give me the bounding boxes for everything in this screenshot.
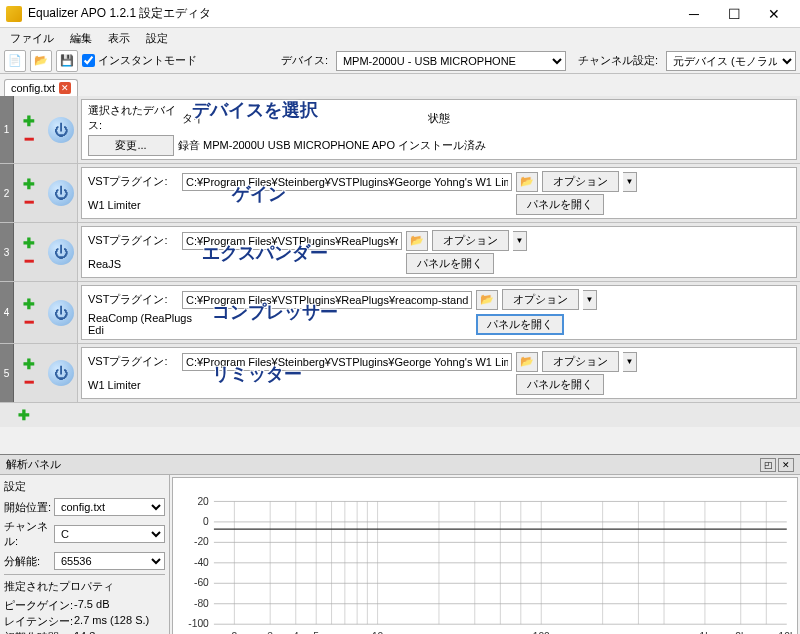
options-button[interactable]: オプション [432, 230, 509, 251]
svg-text:-40: -40 [194, 557, 209, 568]
vst-label: VSTプラグイン: [88, 233, 178, 248]
row-number: 4 [0, 282, 14, 343]
change-button[interactable]: 変更... [88, 135, 174, 156]
vst-label: VSTプラグイン: [88, 174, 178, 189]
svg-text:-60: -60 [194, 577, 209, 588]
plugin-name: ReaJS [88, 258, 178, 270]
power-toggle[interactable]: ⏻ [44, 164, 78, 222]
options-button[interactable]: オプション [542, 351, 619, 372]
vst-path-input[interactable] [182, 291, 472, 309]
dropdown-icon[interactable]: ▼ [623, 172, 637, 192]
plugin-name: W1 Limiter [88, 199, 178, 211]
svg-text:100: 100 [533, 631, 550, 634]
analysis-panel: 解析パネル ◰ ✕ 設定 開始位置: config.txt チャンネル: C 分… [0, 454, 800, 634]
menu-settings[interactable]: 設定 [140, 29, 174, 48]
filter-rows: 1 ✚ ━ ⏻ 選択されたデバイス: タイ 状態 変更... 録音 MPM-20… [0, 96, 800, 427]
remove-icon[interactable]: ━ [25, 253, 33, 269]
svg-text:-80: -80 [194, 598, 209, 609]
open-panel-button[interactable]: パネルを開く [476, 314, 564, 335]
save-button[interactable]: 💾 [56, 50, 78, 72]
plugin-name: W1 Limiter [88, 379, 178, 391]
svg-text:0: 0 [203, 516, 209, 527]
remove-icon[interactable]: ━ [25, 131, 33, 147]
svg-text:2k: 2k [735, 631, 747, 634]
device-label: デバイス: [281, 53, 328, 68]
tabstrip: config.txt ✕ [0, 74, 800, 96]
browse-icon[interactable]: 📂 [516, 352, 538, 372]
menubar: ファイル 編集 表示 設定 [0, 28, 800, 48]
dropdown-icon[interactable]: ▼ [583, 290, 597, 310]
add-icon[interactable]: ✚ [23, 296, 35, 312]
add-icon[interactable]: ✚ [23, 356, 35, 372]
frequency-response-graph: 20 0 -20 -40 -60 -80 -100 2 3 4 5 10 100… [172, 477, 798, 634]
minimize-button[interactable]: ─ [674, 2, 714, 26]
vst-label: VSTプラグイン: [88, 292, 178, 307]
dropdown-icon[interactable]: ▼ [623, 352, 637, 372]
channel-label: チャンネル設定: [578, 53, 658, 68]
svg-text:2: 2 [232, 631, 238, 634]
device-field-label: 選択されたデバイス: [88, 103, 178, 133]
vst-path-input[interactable] [182, 232, 402, 250]
tab-close-icon[interactable]: ✕ [59, 82, 71, 94]
channel-select[interactable]: 元デバイス (モノラル) [666, 51, 796, 71]
device-select[interactable]: MPM-2000U - USB MICROPHONE [336, 51, 566, 71]
remove-icon[interactable]: ━ [25, 194, 33, 210]
browse-icon[interactable]: 📂 [406, 231, 428, 251]
row-vst-limiter: 5 ✚━ ⏻ VSTプラグイン: 📂 オプション▼ W1 Limiter パネル… [0, 344, 800, 403]
options-button[interactable]: オプション [502, 289, 579, 310]
svg-text:1k: 1k [700, 631, 712, 634]
open-panel-button[interactable]: パネルを開く [406, 253, 494, 274]
dropdown-icon[interactable]: ▼ [513, 231, 527, 251]
svg-text:4: 4 [293, 631, 299, 634]
row-number: 5 [0, 344, 14, 402]
analysis-title: 解析パネル [6, 457, 758, 472]
svg-text:3: 3 [267, 631, 273, 634]
plugin-name: ReaComp (ReaPlugs Edi [88, 312, 208, 336]
open-panel-button[interactable]: パネルを開く [516, 194, 604, 215]
menu-edit[interactable]: 編集 [64, 29, 98, 48]
undock-icon[interactable]: ◰ [760, 458, 776, 472]
toolbar: 📄 📂 💾 インスタントモード デバイス: MPM-2000U - USB MI… [0, 48, 800, 74]
power-toggle[interactable]: ⏻ [44, 282, 78, 343]
vst-path-input[interactable] [182, 173, 512, 191]
svg-text:20: 20 [197, 496, 209, 507]
channel-select[interactable]: C [54, 525, 165, 543]
svg-text:-20: -20 [194, 536, 209, 547]
analysis-settings: 設定 開始位置: config.txt チャンネル: C 分解能: 65536 … [0, 475, 170, 634]
add-icon[interactable]: ✚ [23, 113, 35, 129]
row-number: 1 [0, 96, 14, 163]
browse-icon[interactable]: 📂 [516, 172, 538, 192]
add-icon[interactable]: ✚ [23, 235, 35, 251]
options-button[interactable]: オプション [542, 171, 619, 192]
vst-path-input[interactable] [182, 353, 512, 371]
power-toggle[interactable]: ⏻ [44, 344, 78, 402]
add-icon[interactable]: ✚ [18, 407, 782, 423]
row-vst-gain: 2 ✚━ ⏻ VSTプラグイン: 📂 オプション▼ W1 Limiter パネル… [0, 164, 800, 223]
power-toggle[interactable]: ⏻ [44, 223, 78, 281]
remove-icon[interactable]: ━ [25, 314, 33, 330]
resolution-select[interactable]: 65536 [54, 552, 165, 570]
row-vst-compressor: 4 ✚━ ⏻ VSTプラグイン: 📂 オプション▼ ReaComp (ReaPl… [0, 282, 800, 344]
add-icon[interactable]: ✚ [23, 176, 35, 192]
vst-label: VSTプラグイン: [88, 354, 178, 369]
startpos-select[interactable]: config.txt [54, 498, 165, 516]
svg-text:10: 10 [372, 631, 384, 634]
browse-icon[interactable]: 📂 [476, 290, 498, 310]
maximize-button[interactable]: ☐ [714, 2, 754, 26]
device-status: 録音 MPM-2000U USB MICROPHONE APO インストール済み [178, 138, 486, 153]
tab-config[interactable]: config.txt ✕ [4, 79, 78, 96]
row-number: 3 [0, 223, 14, 281]
instant-mode-input[interactable] [82, 54, 95, 67]
menu-view[interactable]: 表示 [102, 29, 136, 48]
svg-text:5: 5 [313, 631, 319, 634]
open-panel-button[interactable]: パネルを開く [516, 374, 604, 395]
open-button[interactable]: 📂 [30, 50, 52, 72]
app-icon [6, 6, 22, 22]
panel-close-icon[interactable]: ✕ [778, 458, 794, 472]
power-toggle[interactable]: ⏻ [44, 96, 78, 163]
menu-file[interactable]: ファイル [4, 29, 60, 48]
close-button[interactable]: ✕ [754, 2, 794, 26]
instant-mode-checkbox[interactable]: インスタントモード [82, 53, 197, 68]
new-button[interactable]: 📄 [4, 50, 26, 72]
remove-icon[interactable]: ━ [25, 374, 33, 390]
